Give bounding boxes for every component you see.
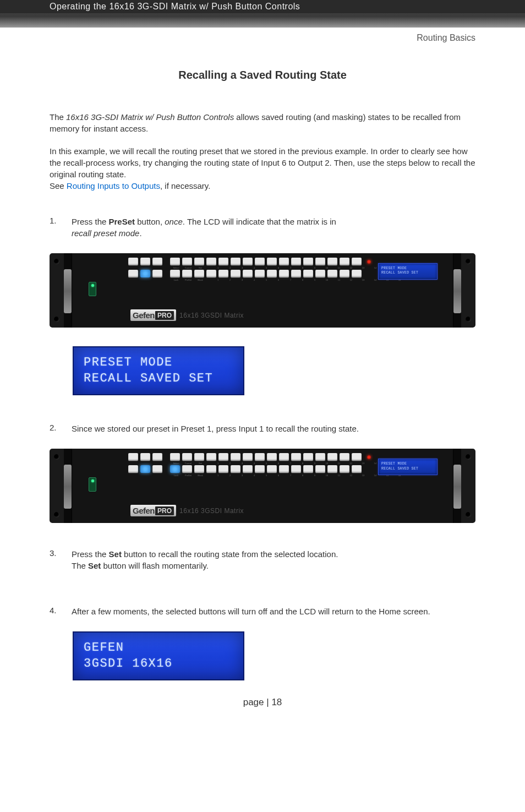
intro-paragraph-1: The 16x16 3G-SDI Matrix w/ Push Button C…: [50, 111, 475, 134]
power-led-icon: [367, 455, 371, 459]
step-number: 3.: [50, 548, 72, 571]
gefen-logo: GefenPRO: [130, 505, 176, 516]
preset-button-ref: PreSet: [109, 217, 135, 226]
intro-block: The 16x16 3G-SDI Matrix w/ Push Button C…: [50, 111, 475, 192]
page-content: Recalling a Saved Routing State The 16x1…: [0, 28, 525, 730]
device-image-2: SelectCancelSet 12345678910111213141516 …: [50, 449, 475, 523]
step-body: Press the PreSet button, once. The LCD w…: [72, 216, 475, 239]
step-body: After a few moments, the selected button…: [72, 606, 475, 617]
section-title: Routing Basics: [417, 33, 475, 43]
power-switch-icon: [89, 477, 96, 492]
steps-list-4: 4. After a few moments, the selected but…: [50, 606, 475, 617]
step-body: Since we stored our preset in Preset 1, …: [72, 423, 475, 434]
routing-link[interactable]: Routing Inputs to Outputs: [67, 181, 160, 190]
model-label: 16x16 3GSDI Matrix: [179, 312, 244, 319]
step-number: 2.: [50, 423, 72, 434]
device-lcd: PRESET MODE RECALL SAVED SET: [378, 263, 438, 280]
page-title: Recalling a Saved Routing State: [50, 69, 475, 81]
step-number: 1.: [50, 216, 72, 239]
intro-paragraph-2: In this example, we will recall the rout…: [50, 145, 475, 192]
preset-button-lit: [140, 270, 150, 277]
steps-list-2: 2. Since we stored our preset in Preset …: [50, 423, 475, 434]
step-2: 2. Since we stored our preset in Preset …: [50, 423, 475, 434]
power-switch-icon: [89, 282, 96, 296]
page-header: Operating the 16x16 3G-SDI Matrix w/ Pus…: [0, 0, 525, 28]
model-label: 16x16 3GSDI Matrix: [179, 507, 244, 515]
product-name: 16x16 3G-SDI Matrix w/ Push Button Contr…: [66, 112, 234, 122]
power-led-icon: [367, 260, 371, 264]
lcd-closeup-2: GEFEN 3GSDI 16X16: [73, 631, 244, 680]
step-4: 4. After a few moments, the selected but…: [50, 606, 475, 617]
steps-list: 1. Press the PreSet button, once. The LC…: [50, 216, 475, 239]
steps-list-3: 3. Press the Set button to recall the ro…: [50, 548, 475, 571]
step-number: 4.: [50, 606, 72, 617]
input-1-button-lit: [170, 465, 180, 473]
set-button-ref: Set: [109, 549, 122, 559]
step-3: 3. Press the Set button to recall the ro…: [50, 548, 475, 571]
chapter-title: Operating the 16x16 3G-SDI Matrix w/ Pus…: [0, 0, 525, 13]
page-number: page | 18: [50, 697, 475, 708]
device-lcd: PRESET MODE RECALL SAVED SET: [378, 459, 438, 475]
gefen-logo: GefenPRO: [130, 309, 176, 321]
device-image-1: SelectCancelSet 12345678910111213141516 …: [50, 253, 475, 328]
lcd-closeup-1: PRESET MODE RECALL SAVED SET: [73, 346, 244, 395]
step-body: Press the Set button to recall the routi…: [72, 548, 475, 571]
preset-button-lit: [140, 465, 150, 473]
step-1: 1. Press the PreSet button, once. The LC…: [50, 216, 475, 239]
